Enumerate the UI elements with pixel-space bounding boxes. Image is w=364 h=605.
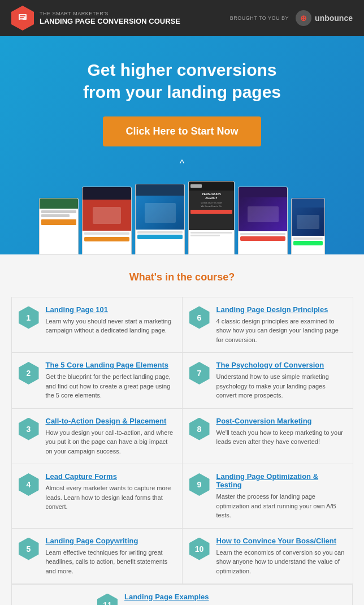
course-content-9: Landing Page Optimization & Testing Mast… bbox=[216, 472, 346, 520]
course-number-10: 10 bbox=[189, 538, 210, 560]
course-content-2: The 5 Core Landing Page Elements Get the… bbox=[46, 361, 175, 400]
course-section-title: What's in the course? bbox=[11, 271, 353, 283]
course-link-1[interactable]: Landing Page 101 bbox=[46, 305, 175, 314]
course-item-5: 5 Landing Page Copywriting Learn effecti… bbox=[11, 528, 183, 585]
course-link-2[interactable]: The 5 Core Landing Page Elements bbox=[46, 361, 175, 369]
course-link-10[interactable]: How to Convince Your Boss/Client bbox=[216, 537, 346, 545]
course-number-7: 7 bbox=[189, 362, 210, 384]
course-desc-3: How you design your call-to-action, and … bbox=[46, 428, 175, 456]
course-item-6: 6 Landing Page Design Principles 4 class… bbox=[182, 297, 353, 353]
course-content-8: Post-Conversion Marketing We'll teach yo… bbox=[216, 417, 346, 447]
course-desc-10: Learn the economics of conversion so you… bbox=[216, 548, 346, 576]
hero-section: Get higher conversions from your landing… bbox=[0, 36, 364, 254]
course-number-11: 11 bbox=[97, 594, 118, 606]
course-item-9: 9 Landing Page Optimization & Testing Ma… bbox=[182, 464, 353, 529]
chevron-up-icon: ^ bbox=[17, 158, 347, 170]
course-desc-6: 4 classic design principles are examined… bbox=[216, 317, 346, 345]
course-content-6: Landing Page Design Principles 4 classic… bbox=[216, 305, 346, 345]
course-desc-9: Master the process for landing page opti… bbox=[216, 492, 346, 520]
course-number-9: 9 bbox=[189, 473, 210, 496]
screenshot-3 bbox=[135, 184, 185, 254]
course-item-3: 3 Call-to-Action Design & Placement How … bbox=[11, 408, 183, 465]
course-item-8: 8 Post-Conversion Marketing We'll teach … bbox=[182, 408, 353, 465]
course-content-5: Landing Page Copywriting Learn effective… bbox=[46, 537, 175, 576]
screenshot-4: PERSUASIONAGENCY Check Out This StuffWe … bbox=[188, 181, 235, 254]
course-item-4: 4 Lead Capture Forms Almost every market… bbox=[11, 464, 183, 529]
course-content-1: Landing Page 101 Learn why you should ne… bbox=[46, 305, 175, 335]
course-desc-8: We'll teach you how to keep marketing to… bbox=[216, 428, 346, 447]
course-item-1: 1 Landing Page 101 Learn why you should … bbox=[11, 297, 183, 353]
hero-headline: Get higher conversions from your landing… bbox=[17, 59, 347, 103]
course-item-10: 10 How to Convince Your Boss/Client Lear… bbox=[182, 528, 353, 585]
course-link-5[interactable]: Landing Page Copywriting bbox=[46, 537, 175, 545]
course-number-5: 5 bbox=[19, 538, 39, 560]
course-item-11: 11 Landing Page Examples Get inspired by… bbox=[97, 593, 267, 606]
course-link-4[interactable]: Lead Capture Forms bbox=[46, 472, 175, 481]
unbounce-icon: ⊕ bbox=[296, 10, 311, 26]
course-link-11[interactable]: Landing Page Examples bbox=[124, 593, 267, 601]
course-content-7: The Psychology of Conversion Understand … bbox=[216, 361, 346, 400]
screenshot-5 bbox=[238, 187, 288, 254]
course-desc-1: Learn why you should never start a marke… bbox=[46, 317, 175, 335]
screenshot-1 bbox=[39, 198, 79, 254]
screenshot-6 bbox=[291, 198, 325, 254]
course-desc-4: Almost every marketer wants to capture m… bbox=[46, 483, 175, 512]
course-content-10: How to Convince Your Boss/Client Learn t… bbox=[216, 537, 346, 576]
svg-rect-3 bbox=[20, 19, 23, 20]
course-content-11: Landing Page Examples Get inspired by th… bbox=[124, 593, 267, 606]
logo-area: THE SMART MARKETER'S LANDING PAGE CONVER… bbox=[11, 6, 180, 31]
course-desc-5: Learn effective techniques for writing g… bbox=[46, 548, 175, 576]
partner-area: BROUGHT TO YOU BY ⊕ unbounce bbox=[230, 10, 353, 26]
course-desc-7: Understand how to use simple marketing p… bbox=[216, 372, 346, 400]
course-number-2: 2 bbox=[19, 362, 39, 384]
course-item-11-wrapper: 11 Landing Page Examples Get inspired by… bbox=[11, 584, 353, 606]
course-desc-2: Get the blueprint for the perfect landin… bbox=[46, 372, 175, 400]
site-header: THE SMART MARKETER'S LANDING PAGE CONVER… bbox=[0, 0, 364, 36]
course-number-3: 3 bbox=[19, 418, 39, 440]
course-link-7[interactable]: The Psychology of Conversion bbox=[216, 361, 346, 369]
course-number-4: 4 bbox=[19, 473, 39, 496]
svg-rect-2 bbox=[20, 17, 24, 18]
hero-screenshots: PERSUASIONAGENCY Check Out This StuffWe … bbox=[17, 175, 347, 254]
course-link-8[interactable]: Post-Conversion Marketing bbox=[216, 417, 346, 425]
cta-button[interactable]: Click Here to Start Now bbox=[103, 116, 261, 146]
unbounce-logo: ⊕ unbounce bbox=[296, 10, 353, 26]
logo-text: THE SMART MARKETER'S LANDING PAGE CONVER… bbox=[40, 11, 180, 25]
course-link-6[interactable]: Landing Page Design Principles bbox=[216, 305, 346, 314]
course-number-6: 6 bbox=[189, 306, 210, 329]
course-section: What's in the course? 1 Landing Page 101… bbox=[0, 254, 364, 605]
logo-icon bbox=[11, 6, 34, 31]
course-content-3: Call-to-Action Design & Placement How yo… bbox=[46, 417, 175, 456]
course-item-7: 7 The Psychology of Conversion Understan… bbox=[182, 352, 353, 409]
svg-rect-1 bbox=[20, 15, 25, 16]
screenshot-2 bbox=[82, 187, 132, 254]
course-content-4: Lead Capture Forms Almost every marketer… bbox=[46, 472, 175, 512]
course-grid: 1 Landing Page 101 Learn why you should … bbox=[11, 297, 353, 605]
course-number-8: 8 bbox=[189, 418, 210, 440]
course-link-3[interactable]: Call-to-Action Design & Placement bbox=[46, 417, 175, 425]
course-item-2: 2 The 5 Core Landing Page Elements Get t… bbox=[11, 352, 183, 409]
course-number-1: 1 bbox=[19, 306, 39, 329]
course-link-9[interactable]: Landing Page Optimization & Testing bbox=[216, 472, 346, 489]
